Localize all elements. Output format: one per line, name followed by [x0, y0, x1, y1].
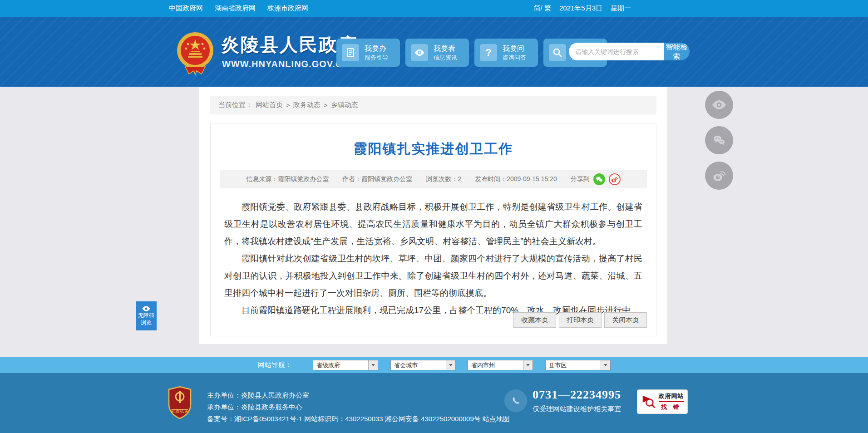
footer-info: 主办单位：炎陵县人民政府办公室 承办单位：炎陵县政务服务中心 备案号：湘ICP备… — [207, 389, 510, 425]
print-page-button[interactable]: 打印本页 — [559, 312, 602, 328]
site-url: WWW.HNYANLING.GOV.CN — [222, 59, 350, 69]
smart-search-button[interactable]: 智能检索 — [664, 43, 690, 60]
article-paragraph: 霞阳镇党委、政府紧跟县委、县政府战略目标，积极开展创卫工作，特别是创建省级卫生村… — [224, 198, 642, 250]
national-emblem-logo — [176, 30, 214, 78]
current-date: 2021年5月3日 — [559, 4, 602, 13]
search-icon — [549, 44, 566, 61]
error-report-icon — [641, 394, 656, 410]
close-page-button[interactable]: 关闭本页 — [604, 312, 647, 328]
current-weekday: 星期一 — [611, 4, 631, 13]
party-gov-badge-icon: 党政机关 — [167, 386, 192, 420]
select-counties[interactable]: 县市区 — [545, 360, 611, 370]
content-card: 当前位置： 网站首页 > 政务动态 > 乡镇动态 霞阳镇扎实推进创卫工作 信息来… — [199, 87, 667, 344]
select-province-cities[interactable]: 省内市州 — [468, 360, 533, 370]
article-meta: 信息来源：霞阳镇党政办公室 作者：霞阳镇党政办公室 浏览次数：2 发布时间：20… — [220, 170, 647, 188]
icp-text: 备案号：湘ICP备05003421号-1 网站标识码：4302250033 湘公… — [207, 415, 481, 423]
side-tools — [705, 91, 733, 190]
footer: 党政机关 主办单位：炎陵县人民政府办公室 承办单位：炎陵县政务服务中心 备案号：… — [0, 373, 868, 433]
gov-links: 中国政府网 湖南省政府网 株洲市政府网 — [169, 0, 308, 17]
weibo-tool-button[interactable] — [705, 162, 733, 190]
accessibility-label: 无障碍 — [138, 312, 154, 319]
link-zhuzhou-gov[interactable]: 株洲市政府网 — [267, 4, 308, 13]
eye-icon — [711, 99, 727, 110]
page: 中国政府网 湖南省政府网 株洲市政府网 简/ 繁 2021年5月3日 星期一 炎… — [0, 0, 868, 433]
select-value: 省会城市 — [391, 361, 446, 369]
select-value: 省级政府 — [313, 361, 368, 369]
error-report-label: 政府网站 找 错 — [659, 392, 684, 411]
footer-nav-label: 网站导航： — [258, 357, 292, 373]
organizer-line: 主办单位：炎陵县人民政府办公室 — [207, 389, 510, 401]
contact-phone: 0731—22234995 — [533, 388, 621, 402]
lang-toggle[interactable]: 简/ 繁 — [534, 4, 551, 13]
quick-button-service[interactable]: 我要办 服务引导 — [336, 39, 400, 67]
meta-source: 信息来源：霞阳镇党政办公室 — [246, 175, 329, 183]
article-actions: 收藏本页 打印本页 关闭本页 — [513, 312, 647, 328]
share-label: 分享到 — [571, 175, 590, 183]
phone-icon — [504, 389, 527, 412]
search-bar: 智能检索 — [569, 43, 690, 60]
meta-views: 浏览次数：2 — [426, 175, 461, 183]
eye-icon — [142, 305, 151, 312]
eye-icon — [411, 44, 428, 61]
link-china-gov[interactable]: 中国政府网 — [169, 4, 203, 13]
main-area: 当前位置： 网站首页 > 政务动态 > 乡镇动态 霞阳镇扎实推进创卫工作 信息来… — [0, 87, 868, 357]
meta-author: 作者：霞阳镇党政办公室 — [342, 175, 412, 183]
article: 霞阳镇扎实推进创卫工作 信息来源：霞阳镇党政办公室 作者：霞阳镇党政办公室 浏览… — [210, 123, 656, 336]
chevron-down-icon — [446, 360, 455, 370]
accessibility-browse-button[interactable]: 无障碍 浏览 — [136, 301, 157, 330]
top-bar: 中国政府网 湖南省政府网 株洲市政府网 简/ 繁 2021年5月3日 星期一 — [0, 0, 868, 17]
contact-phone-note: 仅受理网站建设维护相关事宜 — [533, 405, 621, 413]
footer-nav: 网站导航： 省级政府 省会城市 省内市州 县市区 — [0, 357, 868, 373]
weibo-icon — [712, 168, 726, 183]
quick-buttons: 我要办 服务引导 我要看 信息资讯 ? 我要问 咨询问答 — [336, 39, 607, 67]
badge-label: 党政机关 — [167, 408, 192, 414]
breadcrumb-separator: > — [286, 101, 290, 109]
article-body: 霞阳镇党委、政府紧跟县委、县政府战略目标，积极开展创卫工作，特别是创建省级卫生村… — [211, 188, 656, 319]
question-icon: ? — [480, 44, 497, 61]
select-capital-cities[interactable]: 省会城市 — [390, 360, 456, 370]
breadcrumb-label: 当前位置： — [218, 101, 252, 109]
breadcrumb-home[interactable]: 网站首页 — [256, 101, 283, 109]
view-tool-button[interactable] — [705, 91, 733, 119]
breadcrumb-gov-news[interactable]: 政务动态 — [293, 101, 321, 109]
breadcrumb: 当前位置： 网站首页 > 政务动态 > 乡镇动态 — [210, 96, 656, 114]
quick-button-label: 我要办 服务引导 — [365, 44, 388, 61]
share-area: 分享到 — [571, 173, 621, 185]
select-value: 省内市州 — [468, 361, 523, 369]
meta-publish-time: 发布时间：2009-09-15 15:20 — [475, 175, 557, 183]
chevron-down-icon — [523, 360, 533, 370]
quick-button-news[interactable]: 我要看 信息资讯 — [405, 39, 469, 67]
wechat-share-icon[interactable] — [593, 173, 605, 185]
icp-line: 备案号：湘ICP备05003421号-1 网站标识码：4302250033 湘公… — [207, 413, 510, 425]
article-paragraph: 霞阳镇针对此次创建省级卫生村的坎坪、草坪、中团、颜家四个村进行了大规模的宣传活动… — [224, 250, 642, 302]
quick-button-label: 我要问 咨询问答 — [503, 44, 526, 61]
wechat-icon — [712, 133, 726, 148]
sitemap-link[interactable]: 站点地图 — [483, 415, 510, 423]
site-header: 炎陵县人民政府 WWW.HNYANLING.GOV.CN 我要办 服务引导 我要… — [0, 17, 868, 87]
select-value: 县市区 — [546, 361, 601, 369]
link-hunan-gov[interactable]: 湖南省政府网 — [215, 4, 256, 13]
wechat-tool-button[interactable] — [705, 126, 733, 154]
breadcrumb-town-news[interactable]: 乡镇动态 — [331, 101, 358, 109]
quick-button-label: 我要看 信息资讯 — [434, 44, 457, 61]
accessibility-label: 浏览 — [141, 319, 152, 326]
breadcrumb-separator: > — [324, 101, 328, 109]
weibo-share-icon[interactable] — [609, 173, 621, 185]
top-right: 简/ 繁 2021年5月3日 星期一 — [534, 0, 631, 17]
chevron-down-icon — [368, 360, 378, 370]
quick-button-ask[interactable]: ? 我要问 咨询问答 — [474, 39, 538, 67]
select-provincial-gov[interactable]: 省级政府 — [313, 360, 378, 370]
gov-site-error-report-button[interactable]: 政府网站 找 错 — [637, 389, 688, 414]
document-icon — [342, 44, 359, 61]
undertaker-line: 承办单位：炎陵县政务服务中心 — [207, 401, 510, 413]
search-input[interactable] — [569, 43, 664, 60]
article-title: 霞阳镇扎实推进创卫工作 — [211, 140, 656, 158]
chevron-down-icon — [601, 360, 610, 370]
bookmark-page-button[interactable]: 收藏本页 — [513, 312, 556, 328]
